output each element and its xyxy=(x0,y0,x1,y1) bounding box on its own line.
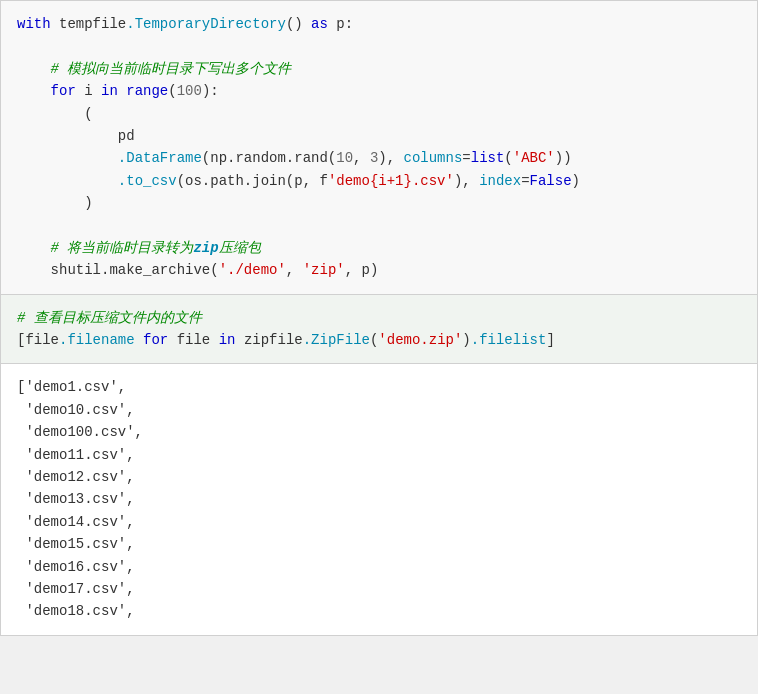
output-cell: ['demo1.csv', 'demo10.csv', 'demo100.csv… xyxy=(0,364,758,635)
attr-filelist: .filelist xyxy=(471,332,547,348)
param-columns: columns xyxy=(404,150,463,166)
comment-cell: # 查看目标压缩文件内的文件 [file.filename for file i… xyxy=(0,295,758,365)
code-plain-21: , p) xyxy=(345,262,379,278)
keyword-false: False xyxy=(530,173,572,189)
method-dataframe: .DataFrame xyxy=(118,150,202,166)
comment-3: # 查看目标压缩文件内的文件 xyxy=(17,310,202,326)
string-demo-zip: 'demo.zip' xyxy=(378,332,462,348)
code-plain-25: file xyxy=(168,332,218,348)
string-demo-path: './demo' xyxy=(219,262,286,278)
code-plain-4 xyxy=(17,83,51,99)
code-plain-15: (os.path.join(p, f xyxy=(177,173,328,189)
code-plain-5: i xyxy=(76,83,101,99)
keyword-for: for xyxy=(51,83,76,99)
code-plain-19: shutil.make_archive( xyxy=(17,262,219,278)
method-to-csv: .to_csv xyxy=(118,173,177,189)
string-demo-fstring: 'demo{i+1}.csv' xyxy=(328,173,454,189)
code-plain-28: ) xyxy=(462,332,470,348)
keyword-in: in xyxy=(101,83,118,99)
method-zipfile: .ZipFile xyxy=(303,332,370,348)
number-100: 100 xyxy=(177,83,202,99)
code-plain-2: () xyxy=(286,16,311,32)
param-index: index xyxy=(479,173,521,189)
attr-filename: .filename xyxy=(59,332,135,348)
code-cell: with tempfile.TemporaryDirectory() as p:… xyxy=(0,0,758,295)
code-plain-6 xyxy=(118,83,126,99)
keyword-as: as xyxy=(311,16,328,32)
code-plain-29: ] xyxy=(546,332,554,348)
code-plain-12: = xyxy=(462,150,470,166)
code-plain-23: file xyxy=(25,332,59,348)
keyword-in2: in xyxy=(219,332,236,348)
code-plain: tempfile xyxy=(51,16,127,32)
comment-1: # 模拟向当前临时目录下写出多个文件 xyxy=(51,61,292,77)
method-temporarydirectory: .TemporaryDirectory xyxy=(126,16,286,32)
keyword-with: with xyxy=(17,16,51,32)
keyword-for2: for xyxy=(143,332,168,348)
code-plain-26: zipfile xyxy=(236,332,303,348)
code-plain-20: , xyxy=(286,262,303,278)
output-line-1: ['demo1.csv', 'demo10.csv', 'demo100.csv… xyxy=(17,379,143,619)
code-plain-7: ( xyxy=(168,83,176,99)
code-plain-24 xyxy=(135,332,143,348)
code-plain-10: , xyxy=(353,150,370,166)
code-plain-16: ), xyxy=(454,173,479,189)
code-plain-9: (np.random.rand( xyxy=(202,150,336,166)
code-plain-17: = xyxy=(521,173,529,189)
builtin-list: list xyxy=(471,150,505,166)
builtin-range: range xyxy=(126,83,168,99)
number-10: 10 xyxy=(336,150,353,166)
string-zip: 'zip' xyxy=(303,262,345,278)
code-plain-13: ( xyxy=(504,150,512,166)
code-plain-11: ), xyxy=(378,150,403,166)
string-abc: 'ABC' xyxy=(513,150,555,166)
comment-2: # 将当前临时目录转为zip压缩包 xyxy=(51,240,261,256)
